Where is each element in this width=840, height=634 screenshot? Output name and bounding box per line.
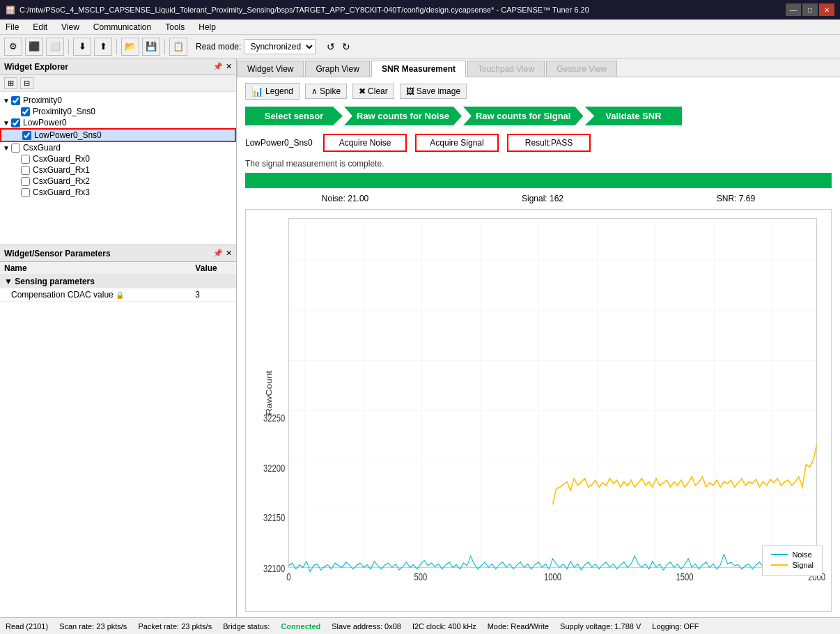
tab-bar: Widget View Graph View SNR Measurement T…	[237, 59, 840, 77]
checkbox-lowpower0[interactable]	[11, 118, 20, 127]
tree-item-csxguard[interactable]: ▼ CsxGuard	[0, 142, 236, 153]
gear-icon: ⚙	[9, 41, 17, 52]
tab-gesture-view[interactable]: Gesture View	[546, 61, 617, 77]
report-icon: 📋	[173, 41, 184, 52]
collapse-all-button[interactable]: ⊟	[20, 77, 33, 89]
checkbox-csxguard-rx1[interactable]	[21, 166, 30, 175]
up-button[interactable]: ⬆	[94, 38, 112, 56]
svg-text:500: 500	[414, 572, 428, 582]
minimize-button[interactable]: —	[786, 3, 801, 16]
chart-area: 32100 32150 32200 32250 0 500 1000 1500 …	[245, 209, 832, 612]
menu-bar: File Edit View Communication Tools Help	[0, 20, 840, 35]
svg-text:1000: 1000	[544, 572, 561, 582]
tree-label-lowpower0-sns0: LowPower0_Sns0	[34, 130, 102, 140]
tree-item-proximity0-sns0[interactable]: Proximity0_Sns0	[0, 106, 236, 117]
svg-rect-1	[288, 219, 816, 568]
name-header: Name	[0, 262, 191, 275]
packet-rate: Packet rate: 23 pkts/s	[138, 622, 212, 631]
tree-label-csxguard-rx3: CsxGuard_Rx3	[33, 187, 90, 197]
export-button[interactable]: 💾	[142, 38, 160, 56]
spike-button[interactable]: ∧ Spike	[305, 84, 347, 99]
checkbox-csxguard-rx0[interactable]	[21, 155, 30, 164]
down-button[interactable]: ⬇	[73, 38, 91, 56]
read-mode-label: Read mode:	[196, 42, 241, 52]
toolbar-separator-3	[164, 39, 165, 54]
sensor-panel-controls: 📌 ✕	[213, 249, 232, 258]
tree-item-csxguard-rx3[interactable]: CsxGuard_Rx3	[0, 187, 236, 198]
menu-communication[interactable]: Communication	[91, 22, 154, 33]
checkbox-csxguard[interactable]	[11, 144, 20, 153]
legend-button[interactable]: 📊 Legend	[245, 83, 300, 100]
save-image-button[interactable]: 🖼 Save image	[400, 84, 467, 99]
snr-stat: SNR: 7.69	[717, 194, 755, 203]
tab-touchpad-view[interactable]: Touchpad View	[467, 61, 545, 77]
tree-item-csxguard-rx0[interactable]: CsxGuard_Rx0	[0, 153, 236, 164]
read-status: Read (2101)	[6, 622, 48, 631]
tree-item-proximity0[interactable]: ▼ Proximity0	[0, 95, 236, 106]
sensor-name-label: LowPower0_Sns0	[245, 138, 315, 148]
acquire-noise-button[interactable]: Acquire Noise	[323, 134, 407, 152]
snr-content: 📊 Legend ∧ Spike ✖ Clear 🖼 Save image	[237, 77, 840, 617]
expand-all-button[interactable]: ⊞	[4, 77, 17, 89]
acquire-signal-button[interactable]: Acquire Signal	[415, 134, 499, 152]
result-button[interactable]: Result:PASS	[507, 134, 591, 152]
right-panel: Widget View Graph View SNR Measurement T…	[237, 59, 840, 617]
close-panel-button[interactable]: ✕	[226, 62, 232, 71]
menu-file[interactable]: File	[3, 22, 22, 33]
checkbox-csxguard-rx3[interactable]	[21, 188, 30, 197]
expand-proximity0sns0-icon	[13, 108, 21, 116]
param-value-cdac: 3	[191, 288, 236, 302]
left-panel: Widget Explorer 📌 ✕ ⊞ ⊟ ▼ Proximity0 P	[0, 59, 237, 617]
signal-stat: Signal: 162	[522, 194, 563, 203]
close-params-button[interactable]: ✕	[226, 249, 232, 258]
import-button[interactable]: 📂	[121, 38, 139, 56]
settings-button[interactable]: ⚙	[4, 38, 22, 56]
tab-graph-view[interactable]: Graph View	[305, 61, 369, 77]
pin-button[interactable]: 📌	[213, 62, 223, 71]
report-button[interactable]: 📋	[169, 38, 187, 56]
lock-icon: 🔒	[116, 291, 124, 299]
menu-tools[interactable]: Tools	[162, 22, 187, 33]
params-table: Name Value ▼ Sensing parameters Compensa…	[0, 262, 236, 302]
pause-button[interactable]: ⬜	[46, 38, 64, 56]
clear-button[interactable]: ✖ Clear	[352, 84, 394, 99]
menu-help[interactable]: Help	[196, 22, 219, 33]
toolbar-separator-1	[68, 39, 69, 54]
pin-params-button[interactable]: 📌	[213, 249, 223, 258]
sensor-params-title: Widget/Sensor Parameters	[4, 249, 111, 258]
sensor-params-content: Name Value ▼ Sensing parameters Compensa…	[0, 262, 236, 617]
save-image-icon: 🖼	[406, 86, 414, 96]
tree-item-csxguard-rx1[interactable]: CsxGuard_Rx1	[0, 164, 236, 176]
checkbox-csxguard-rx2[interactable]	[21, 177, 30, 186]
step-raw-signal: Raw counts for Signal	[463, 107, 584, 125]
maximize-button[interactable]: □	[802, 3, 818, 16]
param-row-cdac: Compensation CDAC value 🔒 3	[0, 288, 236, 302]
tab-widget-view[interactable]: Widget View	[237, 61, 304, 77]
undo-button[interactable]: ↺	[324, 40, 338, 54]
action-bar: 📊 Legend ∧ Spike ✖ Clear 🖼 Save image	[245, 83, 832, 100]
checkbox-lowpower0-sns0[interactable]	[22, 131, 31, 140]
status-message: The signal measurement is complete.	[245, 159, 832, 169]
step-flow: Select sensor Raw counts for Noise Raw c…	[245, 107, 832, 125]
menu-view[interactable]: View	[59, 22, 82, 33]
i2c-clock: I2C clock: 400 kHz	[412, 622, 476, 631]
redo-button[interactable]: ↻	[339, 40, 353, 54]
tree-item-lowpower0-sns0[interactable]: LowPower0_Sns0	[0, 128, 236, 142]
stop-button[interactable]: ⬛	[25, 38, 43, 56]
bridge-status-label: Bridge status:	[223, 622, 270, 631]
checkbox-proximity0-sns0[interactable]	[21, 107, 30, 116]
checkbox-proximity0[interactable]	[11, 96, 20, 105]
tree-item-lowpower0[interactable]: ▼ LowPower0	[0, 117, 236, 128]
chart-svg: 32100 32150 32200 32250 0 500 1000 1500 …	[246, 210, 831, 611]
close-button[interactable]: ✕	[819, 3, 834, 16]
menu-edit[interactable]: Edit	[30, 22, 50, 33]
tree-label-proximity0: Proximity0	[23, 95, 62, 105]
widget-explorer-header: Widget Explorer 📌 ✕	[0, 59, 236, 75]
progress-bar	[245, 173, 832, 188]
tab-snr-measurement[interactable]: SNR Measurement	[371, 61, 466, 77]
tree-item-csxguard-rx2[interactable]: CsxGuard_Rx2	[0, 176, 236, 187]
pause-icon: ⬜	[49, 41, 61, 52]
expand-csxguard-icon: ▼	[3, 144, 11, 152]
read-mode-select[interactable]: Synchronized Continuous	[244, 39, 316, 54]
svg-text:1500: 1500	[676, 572, 693, 582]
